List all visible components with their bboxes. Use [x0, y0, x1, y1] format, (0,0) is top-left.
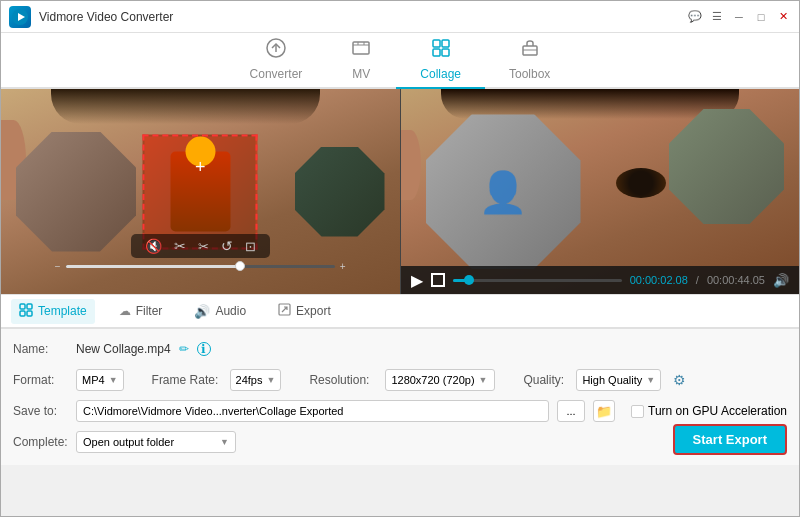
- playback-bar: ▶ 00:00:02.08 / 00:00:44.05 🔊: [401, 266, 800, 294]
- bottom-tab-filter[interactable]: ☁ Filter: [111, 300, 171, 322]
- saveto-path-value: C:\Vidmore\Vidmore Video...nverter\Colla…: [83, 405, 343, 417]
- undo-icon[interactable]: ↺: [221, 238, 233, 254]
- right-octagon-right[interactable]: [669, 109, 784, 224]
- bottom-tab-filter-label: Filter: [136, 304, 163, 318]
- complete-value: Open output folder: [83, 436, 216, 448]
- hair-left: [51, 89, 320, 124]
- framerate-label: Frame Rate:: [152, 373, 222, 387]
- close-icon[interactable]: ✕: [775, 9, 791, 25]
- center-clip-selected[interactable]: +: [143, 134, 258, 249]
- complete-row: Complete: Open output folder ▼: [13, 428, 787, 456]
- right-octagon-left[interactable]: 👤: [426, 114, 581, 269]
- framerate-arrow: ▼: [266, 375, 275, 385]
- saveto-label: Save to:: [13, 404, 68, 418]
- quality-gear-icon[interactable]: ⚙: [673, 372, 686, 388]
- bottom-tab-audio[interactable]: 🔊 Audio: [186, 300, 254, 323]
- resolution-value: 1280x720 (720p): [391, 374, 474, 386]
- browse-label: ...: [566, 405, 575, 417]
- name-info-icon[interactable]: ℹ: [197, 342, 211, 356]
- bottom-tab-audio-label: Audio: [215, 304, 246, 318]
- toolbox-icon: [519, 37, 541, 64]
- tab-collage[interactable]: Collage: [396, 31, 485, 89]
- svg-rect-5: [442, 40, 449, 47]
- playback-time-total: 00:00:44.05: [707, 274, 765, 286]
- resolution-label: Resolution:: [309, 373, 377, 387]
- folder-button[interactable]: 📁: [593, 400, 615, 422]
- name-edit-icon[interactable]: ✏: [179, 342, 189, 356]
- volume-slider-row: − +: [51, 261, 350, 272]
- tab-toolbox[interactable]: Toolbox: [485, 31, 574, 89]
- quality-value: High Quality: [582, 374, 642, 386]
- bottom-tab-export-label: Export: [296, 304, 331, 318]
- bottom-tab-template[interactable]: Template: [11, 299, 95, 324]
- svg-rect-4: [433, 40, 440, 47]
- complete-label: Complete:: [13, 435, 68, 449]
- template-icon: [19, 303, 33, 320]
- tab-mv[interactable]: MV: [326, 31, 396, 89]
- vol-minus-icon: −: [55, 261, 61, 272]
- maximize-icon[interactable]: □: [753, 9, 769, 25]
- quality-label: Quality:: [523, 373, 568, 387]
- svg-rect-7: [442, 49, 449, 56]
- svg-rect-3: [353, 42, 369, 54]
- svg-rect-9: [20, 304, 25, 309]
- playback-thumb[interactable]: [464, 275, 474, 285]
- tab-converter[interactable]: Converter: [226, 31, 327, 89]
- chat-icon[interactable]: 💬: [687, 9, 703, 25]
- framerate-select[interactable]: 24fps ▼: [230, 369, 282, 391]
- complete-arrow: ▼: [220, 437, 229, 447]
- gpu-checkbox-wrap[interactable]: Turn on GPU Acceleration: [631, 404, 787, 418]
- app-title: Vidmore Video Converter: [39, 10, 687, 24]
- menu-icon[interactable]: ☰: [709, 9, 725, 25]
- gpu-checkbox[interactable]: [631, 405, 644, 418]
- svg-rect-11: [20, 311, 25, 316]
- resolution-select[interactable]: 1280x720 (720p) ▼: [385, 369, 495, 391]
- mute-icon[interactable]: 🔇: [145, 238, 162, 254]
- bottom-tab-export[interactable]: Export: [270, 299, 339, 323]
- name-row: Name: New Collage.mp4 ✏ ℹ: [13, 335, 787, 363]
- right-video-panel: 👤 ▶ 00:00:02.08 / 00:00:44.05 🔊: [401, 89, 800, 294]
- name-label: Name:: [13, 342, 68, 356]
- right-clip-shape-left-panel[interactable]: [295, 147, 385, 237]
- complete-select[interactable]: Open output folder ▼: [76, 431, 236, 453]
- vol-plus-icon: +: [340, 261, 346, 272]
- app-logo: [9, 6, 31, 28]
- scissors-icon[interactable]: ✂: [198, 239, 209, 254]
- play-icon[interactable]: ▶: [411, 271, 423, 290]
- volume-fill: [66, 265, 241, 268]
- tab-mv-label: MV: [352, 67, 370, 81]
- browse-button[interactable]: ...: [557, 400, 585, 422]
- format-select[interactable]: MP4 ▼: [76, 369, 124, 391]
- eye-right-panel: [616, 168, 666, 198]
- titlebar: Vidmore Video Converter 💬 ☰ ─ □ ✕: [1, 1, 799, 33]
- converter-icon: [265, 37, 287, 64]
- stop-icon[interactable]: [431, 273, 445, 287]
- layout-icon[interactable]: ⊡: [245, 239, 256, 254]
- filter-icon: ☁: [119, 304, 131, 318]
- folder-icon: 📁: [596, 404, 612, 419]
- cut-icon[interactable]: ✂: [174, 238, 186, 254]
- gpu-label: Turn on GPU Acceleration: [648, 404, 787, 418]
- nav-tabs: Converter MV Collage: [1, 33, 799, 89]
- svg-rect-12: [27, 311, 32, 316]
- volume-icon-right[interactable]: 🔊: [773, 273, 789, 288]
- playback-time-sep: /: [696, 274, 699, 286]
- playback-time: 00:00:02.08: [630, 274, 688, 286]
- bottom-tabs-bar: Template ☁ Filter 🔊 Audio Export: [1, 294, 799, 328]
- format-label: Format:: [13, 373, 68, 387]
- resolution-arrow: ▼: [479, 375, 488, 385]
- minimize-icon[interactable]: ─: [731, 9, 747, 25]
- volume-track[interactable]: [66, 265, 335, 268]
- saveto-path: C:\Vidmore\Vidmore Video...nverter\Colla…: [76, 400, 549, 422]
- format-value: MP4: [82, 374, 105, 386]
- start-export-button[interactable]: Start Export: [673, 424, 787, 455]
- format-arrow: ▼: [109, 375, 118, 385]
- playback-track[interactable]: [453, 279, 622, 282]
- framerate-value: 24fps: [236, 374, 263, 386]
- tab-collage-label: Collage: [420, 67, 461, 81]
- saveto-row: Save to: C:\Vidmore\Vidmore Video...nver…: [13, 397, 787, 425]
- mv-icon: [350, 37, 372, 64]
- volume-thumb[interactable]: [235, 261, 245, 271]
- name-value: New Collage.mp4: [76, 342, 171, 356]
- quality-select[interactable]: High Quality ▼: [576, 369, 661, 391]
